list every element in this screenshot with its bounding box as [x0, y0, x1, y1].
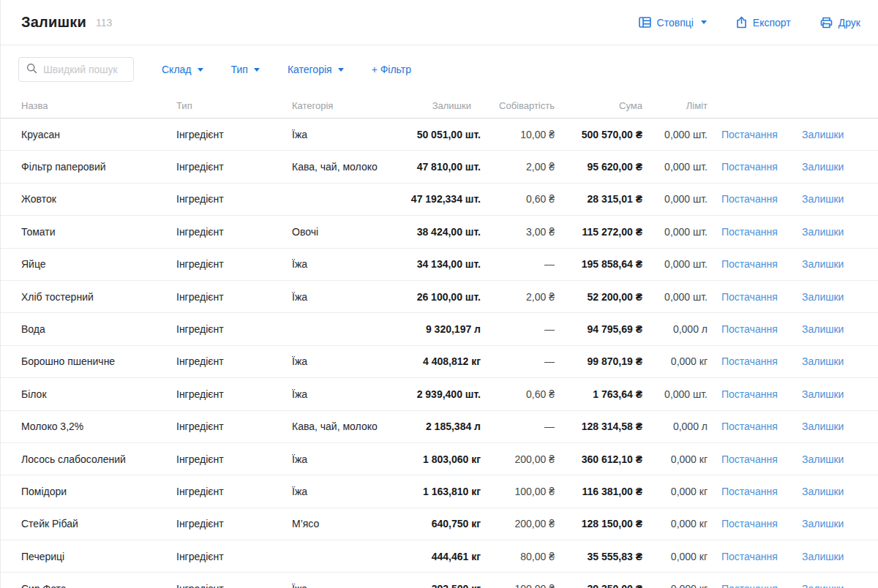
- cell-name: Вода: [21, 323, 176, 335]
- cell-name: Борошно пшеничне: [21, 355, 176, 367]
- cell-cost: 2,00 ₴: [481, 161, 555, 173]
- table-row: Білок Інгредієнт Їжа 2 939,400 шт. 0,60 …: [1, 378, 878, 410]
- columns-button[interactable]: Стовпці: [639, 17, 707, 29]
- cell-type: Інгредієнт: [176, 291, 292, 303]
- supply-link[interactable]: Постачання: [721, 518, 778, 529]
- table-row: Печериці Інгредієнт 444,461 кг 80,00 ₴ 3…: [1, 540, 878, 573]
- cell-stock: 34 134,00 шт.: [396, 258, 481, 270]
- stock-link[interactable]: Залишки: [802, 323, 844, 335]
- cell-sum: 35 555,83 ₴: [555, 551, 642, 562]
- export-button-label: Експорт: [753, 17, 791, 29]
- type-filter[interactable]: Тип: [231, 64, 260, 75]
- table-row: Молоко 3,2% Інгредієнт Кава, чай, молоко…: [1, 411, 878, 443]
- cell-limit: 0,000 шт.: [642, 258, 708, 270]
- chevron-down-icon: [198, 68, 203, 72]
- table-body: Круасан Інгредієнт Їжа 50 051,00 шт. 10,…: [1, 118, 878, 588]
- page-title: Залишки: [21, 14, 86, 31]
- cell-stock: 1 163,810 кг: [396, 486, 481, 497]
- add-filter-label: + Фільтр: [372, 64, 411, 75]
- cell-cost: 100,00 ₴: [481, 583, 555, 588]
- cell-type: Інгредієнт: [176, 161, 292, 173]
- cell-sum: 500 570,00 ₴: [555, 129, 642, 140]
- chevron-down-icon: [701, 20, 707, 24]
- cell-type: Інгредієнт: [176, 258, 292, 270]
- supply-link[interactable]: Постачання: [721, 486, 778, 497]
- cell-sum: 116 381,00 ₴: [555, 486, 642, 497]
- print-button[interactable]: Друк: [820, 17, 860, 29]
- warehouse-filter-label: Склад: [162, 64, 192, 75]
- stock-link[interactable]: Залишки: [802, 388, 844, 400]
- cell-sum: 95 620,00 ₴: [555, 161, 642, 173]
- cell-cost: 0,60 ₴: [481, 388, 555, 400]
- cell-limit: 0,000 шт.: [642, 226, 708, 238]
- cell-name: Печериці: [21, 551, 176, 562]
- cell-stock: 393,500 кг: [396, 583, 481, 588]
- stock-link[interactable]: Залишки: [802, 226, 844, 238]
- cell-cost: 2,00 ₴: [481, 291, 555, 303]
- cell-name: Фільтр паперовий: [21, 161, 176, 173]
- cell-stock: 50 051,00 шт.: [396, 129, 481, 140]
- stock-link[interactable]: Залишки: [802, 518, 844, 529]
- cell-name: Лосось слабосолений: [21, 453, 176, 465]
- cell-category: Кава, чай, молоко: [292, 421, 396, 432]
- cell-sum: 99 870,19 ₴: [555, 355, 642, 367]
- stock-link[interactable]: Залишки: [802, 583, 844, 588]
- cell-category: Їжа: [292, 258, 396, 270]
- supply-link[interactable]: Постачання: [721, 388, 778, 400]
- table-row: Сир Фета Інгредієнт Їжа 393,500 кг 100,0…: [1, 573, 878, 588]
- table-row: Фільтр паперовий Інгредієнт Кава, чай, м…: [1, 151, 878, 183]
- supply-link[interactable]: Постачання: [721, 323, 778, 335]
- category-filter[interactable]: Категорія: [288, 64, 344, 75]
- supply-link[interactable]: Постачання: [721, 453, 778, 465]
- header-actions: Стовпці Експорт Друк: [639, 16, 860, 29]
- columns-icon: [639, 17, 651, 28]
- export-button[interactable]: Експорт: [736, 16, 791, 29]
- supply-link[interactable]: Постачання: [721, 583, 778, 588]
- cell-cost: 0,60 ₴: [481, 193, 555, 205]
- cell-sum: 39 350,00 ₴: [555, 583, 642, 588]
- supply-link[interactable]: Постачання: [721, 355, 778, 367]
- search-input[interactable]: [43, 64, 126, 75]
- cell-name: Сир Фета: [21, 583, 176, 588]
- cell-category: Їжа: [292, 355, 396, 367]
- warehouse-filter[interactable]: Склад: [162, 64, 203, 75]
- stock-link[interactable]: Залишки: [802, 486, 844, 497]
- cell-type: Інгредієнт: [176, 583, 292, 588]
- cell-name: Молоко 3,2%: [21, 421, 176, 432]
- cell-category: Їжа: [292, 453, 396, 465]
- stock-link[interactable]: Залишки: [802, 129, 844, 140]
- cell-limit: 0,000 шт.: [642, 388, 708, 400]
- cell-limit: 0,000 шт.: [642, 129, 708, 140]
- stock-link[interactable]: Залишки: [802, 193, 844, 205]
- cell-type: Інгредієнт: [176, 388, 292, 400]
- stock-link[interactable]: Залишки: [802, 453, 844, 465]
- supply-link[interactable]: Постачання: [721, 421, 778, 432]
- cell-type: Інгредієнт: [176, 193, 292, 205]
- cell-limit: 0,000 кг: [642, 453, 708, 465]
- stock-link[interactable]: Залишки: [802, 551, 844, 562]
- cell-type: Інгредієнт: [176, 355, 292, 367]
- cell-name: Хліб тостерний: [21, 291, 176, 303]
- add-filter-button[interactable]: + Фільтр: [372, 64, 411, 75]
- cell-cost: —: [481, 258, 555, 270]
- supply-link[interactable]: Постачання: [721, 551, 778, 562]
- supply-link[interactable]: Постачання: [721, 226, 778, 238]
- search-box[interactable]: [18, 57, 134, 82]
- cell-type: Інгредієнт: [176, 421, 292, 432]
- stock-link[interactable]: Залишки: [802, 258, 844, 270]
- header-stock-sort[interactable]: Залишки: [396, 100, 481, 111]
- chevron-down-icon: [254, 68, 260, 72]
- supply-link[interactable]: Постачання: [721, 161, 778, 173]
- stock-link[interactable]: Залишки: [802, 161, 844, 173]
- stock-link[interactable]: Залишки: [802, 421, 844, 432]
- supply-link[interactable]: Постачання: [721, 129, 778, 140]
- stock-link[interactable]: Залишки: [802, 355, 844, 367]
- supply-link[interactable]: Постачання: [721, 258, 778, 270]
- supply-link[interactable]: Постачання: [721, 193, 778, 205]
- cell-type: Інгредієнт: [176, 226, 292, 238]
- supply-link[interactable]: Постачання: [721, 291, 778, 303]
- cell-stock: 47 810,00 шт.: [396, 161, 481, 173]
- header-name: Назва: [21, 100, 176, 111]
- filter-bar: Склад Тип Категорія + Фільтр: [1, 45, 878, 94]
- stock-link[interactable]: Залишки: [802, 291, 844, 303]
